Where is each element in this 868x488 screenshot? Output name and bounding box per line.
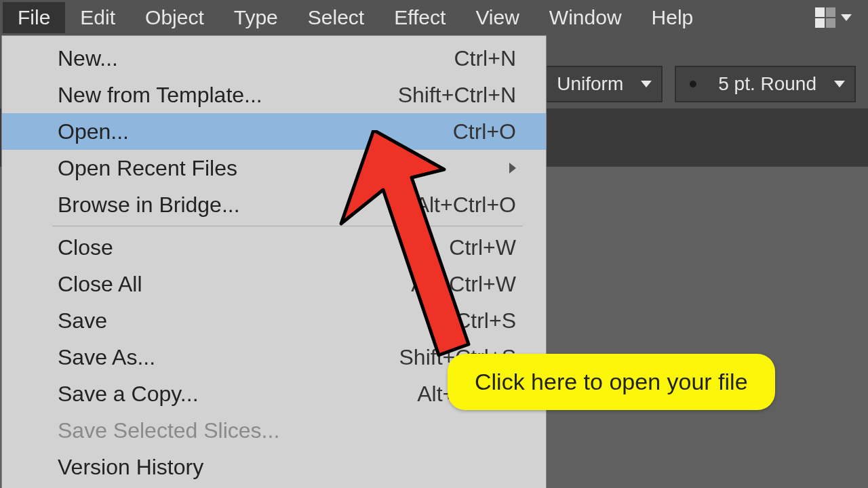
menu-item-save-slices: Save Selected Slices... — [2, 412, 546, 449]
chevron-down-icon — [841, 14, 852, 21]
menu-view[interactable]: View — [460, 2, 534, 33]
menu-item-label: Close — [58, 235, 113, 260]
menu-help[interactable]: Help — [637, 2, 709, 33]
brush-preview-icon — [690, 81, 696, 87]
menu-item-shortcut: Ctrl+W — [449, 235, 516, 260]
menu-item-label: Open Recent Files — [58, 156, 237, 181]
menu-item-new[interactable]: New... Ctrl+N — [2, 40, 546, 77]
chevron-down-icon — [834, 81, 845, 87]
submenu-arrow-icon — [509, 163, 516, 174]
menu-item-shortcut: Ctrl+N — [454, 46, 516, 71]
menu-item-save[interactable]: Save Ctrl+S — [2, 302, 546, 339]
menu-item-label: Save As... — [58, 345, 155, 370]
menu-select[interactable]: Select — [293, 2, 379, 33]
menu-item-close[interactable]: Close Ctrl+W — [2, 229, 546, 266]
menu-item-label: Save a Copy... — [58, 382, 199, 407]
menu-item-label: Close All — [58, 272, 142, 297]
menu-item-version-history[interactable]: Version History — [2, 449, 546, 485]
menubar: File Edit Object Type Select Effect View… — [0, 0, 868, 35]
menu-item-label: Save Selected Slices... — [58, 418, 279, 443]
stroke-profile-dropdown[interactable]: Uniform — [542, 66, 663, 102]
menu-object[interactable]: Object — [130, 2, 219, 33]
workspace-switcher[interactable] — [815, 7, 865, 28]
menu-item-label: Save — [58, 308, 107, 333]
workspace-grid-icon — [815, 7, 835, 28]
menu-divider — [52, 226, 523, 226]
menu-item-shortcut: Alt+Ctrl+W — [411, 272, 516, 297]
menu-item-label: Version History — [58, 455, 203, 480]
menu-item-open-recent[interactable]: Open Recent Files — [2, 150, 546, 186]
menu-item-label: Open... — [58, 119, 129, 144]
chevron-down-icon — [641, 81, 652, 87]
menu-item-label: Browse in Bridge... — [58, 192, 240, 218]
menu-item-browse-bridge[interactable]: Browse in Bridge... Alt+Ctrl+O — [2, 186, 546, 223]
menu-effect[interactable]: Effect — [379, 2, 460, 33]
menu-item-open[interactable]: Open... Ctrl+O — [2, 113, 546, 150]
menu-item-close-all[interactable]: Close All Alt+Ctrl+W — [2, 266, 546, 302]
menu-item-new-from-template[interactable]: New from Template... Shift+Ctrl+N — [2, 77, 546, 113]
menu-item-label: New... — [58, 46, 118, 71]
menu-item-label: New from Template... — [58, 83, 262, 108]
menu-item-shortcut: Shift+Ctrl+N — [398, 83, 516, 108]
file-dropdown-menu: New... Ctrl+N New from Template... Shift… — [1, 35, 547, 488]
stroke-profile-label: Uniform — [557, 73, 623, 95]
instruction-callout: Click here to open your file — [448, 354, 775, 410]
menu-item-shortcut: Alt+Ctrl+O — [415, 192, 516, 218]
menu-item-shortcut: Ctrl+S — [455, 308, 516, 333]
brush-dropdown[interactable]: 5 pt. Round — [675, 66, 856, 102]
menu-window[interactable]: Window — [534, 2, 637, 33]
menu-edit[interactable]: Edit — [65, 2, 130, 33]
menu-item-shortcut: Ctrl+O — [453, 119, 516, 144]
menu-file[interactable]: File — [3, 2, 65, 33]
menu-type[interactable]: Type — [219, 2, 293, 33]
brush-label: 5 pt. Round — [718, 73, 816, 95]
